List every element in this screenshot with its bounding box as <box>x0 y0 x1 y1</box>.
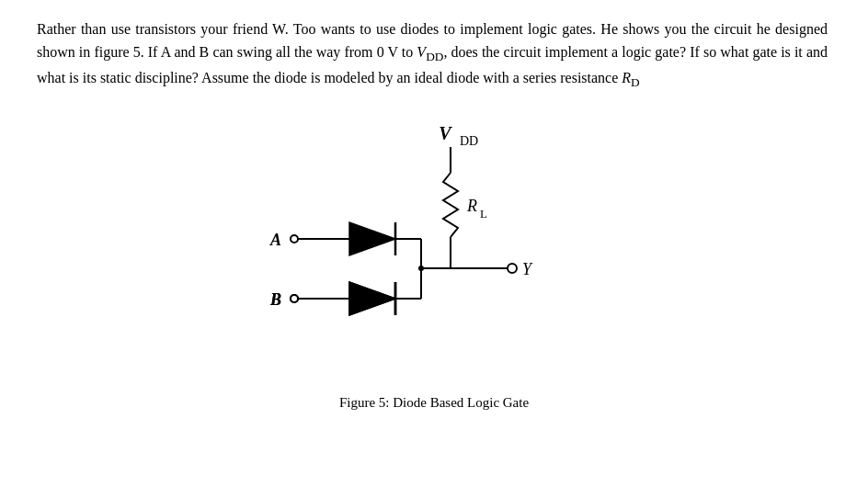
svg-point-18 <box>508 264 517 273</box>
figure-caption-text: Diode Based Logic Gate <box>393 395 529 410</box>
svg-text:R: R <box>466 197 477 215</box>
circuit-diagram: V DD R L Y A <box>37 119 831 386</box>
svg-text:DD: DD <box>460 134 478 148</box>
figure-caption: Figure 5: Diode Based Logic Gate <box>37 395 831 411</box>
svg-rect-11 <box>241 119 627 271</box>
figure-caption-prefix: Figure 5: <box>339 395 393 410</box>
svg-marker-30 <box>349 282 395 315</box>
svg-text:A: A <box>269 231 281 249</box>
svg-text:V: V <box>439 123 452 143</box>
svg-text:B: B <box>269 290 281 309</box>
svg-point-21 <box>291 235 298 243</box>
svg-point-27 <box>291 295 298 302</box>
svg-point-35 <box>418 266 424 271</box>
svg-text:L: L <box>480 207 487 221</box>
problem-text: Rather than use transistors your friend … <box>37 18 828 92</box>
